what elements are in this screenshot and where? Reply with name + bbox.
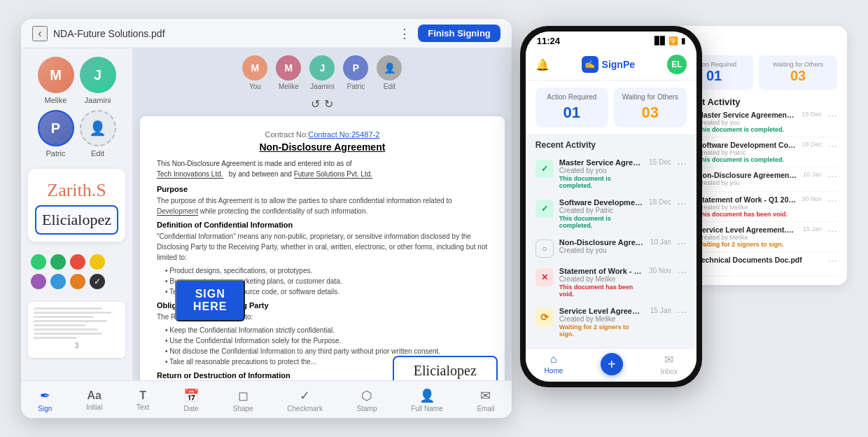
item-more-1[interactable]: ⋯ xyxy=(827,111,837,122)
thumb-line xyxy=(34,324,85,326)
tool-fullname[interactable]: 👤 Full Name xyxy=(405,385,449,415)
fab-add-button[interactable]: + xyxy=(601,353,623,375)
item-date-1: 15 Dec xyxy=(802,111,822,118)
color-yellow[interactable] xyxy=(90,254,105,270)
mobile-more-1[interactable]: ⋯ xyxy=(677,158,687,169)
thumb-lines xyxy=(31,305,122,342)
undo-button[interactable]: ↺ xyxy=(311,97,320,111)
document-intro: This Non-Disclosure Agreement is made an… xyxy=(157,158,488,179)
mobile-sub-3: Created by you xyxy=(559,247,645,254)
finish-signing-button[interactable]: Finish Signing xyxy=(418,25,500,42)
sign-icon: ✒ xyxy=(40,388,50,403)
tool-sign[interactable]: ✒ Sign xyxy=(32,385,57,415)
signature-cursive-1[interactable]: Zarith.S xyxy=(35,176,118,205)
item-more-4[interactable]: ⋯ xyxy=(827,195,837,207)
tool-stamp[interactable]: ⬡ Stamp xyxy=(351,385,383,415)
color-purple[interactable] xyxy=(31,274,46,289)
thumb-line xyxy=(34,316,94,318)
item-meta-4: Created by Melike xyxy=(697,204,796,211)
color-green[interactable] xyxy=(31,254,46,270)
desktop-app: ‹ NDA-Future Solutions.pdf ⋮ Finish Sign… xyxy=(21,19,512,418)
item-more-5[interactable]: ⋯ xyxy=(827,226,837,237)
color-red[interactable] xyxy=(70,254,85,270)
bell-icon-mobile[interactable]: 🔔 xyxy=(536,59,550,71)
signer-label-jaamini: Jaamini xyxy=(85,96,111,104)
mobile-more-3[interactable]: ⋯ xyxy=(677,238,687,249)
mobile-content-4: Statement of Work - Q1 2024... Created b… xyxy=(559,267,643,298)
doc-avatar-melike: M xyxy=(276,55,301,81)
inbox-label: Inbox xyxy=(661,368,678,375)
tool-date[interactable]: 📅 Date xyxy=(178,385,204,415)
item-more-6[interactable]: ⋯ xyxy=(827,256,837,267)
contract-number-link[interactable]: Contract No:25487-2 xyxy=(308,130,379,139)
color-darkgreen[interactable] xyxy=(50,254,66,270)
mobile-item-3[interactable]: ○ Non-Disclosure Agreement.pdf Created b… xyxy=(536,234,687,263)
mobile-status-text-4: This document has been void. xyxy=(559,284,643,298)
item-more-2[interactable]: ⋯ xyxy=(827,141,837,152)
app-name: SignPe xyxy=(602,59,635,70)
mobile-item-1[interactable]: ✓ Master Service Agreement - A... Create… xyxy=(536,154,687,194)
color-confirm[interactable]: ✓ xyxy=(90,274,105,289)
titlebar-left: ‹ NDA-Future Solutions.pdf xyxy=(32,26,165,41)
color-orange[interactable] xyxy=(70,274,85,289)
mobile-content-2: Software Development Contra... Created b… xyxy=(559,198,643,229)
mobile-title-3: Non-Disclosure Agreement.pdf xyxy=(559,238,645,247)
item-date-4: 30 Nov xyxy=(802,195,822,202)
color-blue[interactable] xyxy=(50,274,66,289)
fullname-label: Full Name xyxy=(411,405,443,412)
doc-signer-patric-label: Patric xyxy=(347,83,365,90)
document-page: Contract No:Contract No:25487-2 Non-Disc… xyxy=(140,116,505,380)
stamp-icon: ⬡ xyxy=(361,388,372,403)
obligation-3: • Not disclose the Confidential Informat… xyxy=(165,346,488,356)
tool-initial[interactable]: Aa Initial xyxy=(80,387,108,414)
mobile-status-text-1: This document is completed. xyxy=(559,175,643,189)
tool-email[interactable]: ✉ Email xyxy=(471,385,500,415)
tool-checkmark[interactable]: ✓ Checkmark xyxy=(281,385,328,415)
sign-here-button[interactable]: SIGN HERE xyxy=(175,279,245,321)
tool-shape[interactable]: ◻ Shape xyxy=(227,385,259,415)
checkmark-icon: ✓ xyxy=(300,388,310,403)
thumb-line xyxy=(34,312,111,314)
user-avatar[interactable]: EL xyxy=(667,55,687,74)
mobile-item-2[interactable]: ✓ Software Development Contra... Created… xyxy=(536,194,687,234)
mobile-action-label: Action Required xyxy=(542,93,601,101)
home-label: Home xyxy=(545,367,564,375)
mobile-date-4: 30 Nov xyxy=(649,267,671,275)
mobile-more-4[interactable]: ⋯ xyxy=(677,267,687,278)
item-more-3[interactable]: ⋯ xyxy=(827,171,837,182)
signer-edit[interactable]: 👤 Edit xyxy=(80,110,116,158)
nav-home[interactable]: ⌂ Home xyxy=(545,353,564,375)
section-title-purpose: Purpose xyxy=(157,185,488,193)
mobile-action-required: Action Required 01 xyxy=(536,88,608,127)
mobile-app-header: 🔔 ✍ SignPe EL xyxy=(526,49,696,81)
document-area[interactable]: M You M Melike J Jaamini P xyxy=(133,48,512,380)
nav-inbox[interactable]: ✉ Inbox xyxy=(661,353,678,375)
home-icon: ⌂ xyxy=(550,353,557,366)
signature-cursive-2[interactable]: Elicialopez xyxy=(35,205,118,235)
signer-melike: M Melike xyxy=(38,57,74,104)
mobile-more-2[interactable]: ⋯ xyxy=(677,198,687,209)
mobile-waiting-value: 03 xyxy=(621,104,680,122)
doc-avatar-jaamini: J xyxy=(309,55,335,81)
mobile-more-5[interactable]: ⋯ xyxy=(677,307,687,318)
doc-signer-edit[interactable]: 👤 Edit xyxy=(377,55,402,90)
thumb-line xyxy=(34,337,77,339)
mobile-item-4[interactable]: ✕ Statement of Work - Q1 2024... Created… xyxy=(536,263,687,303)
mobile-item-5[interactable]: ⟳ Service Level Agreement.pdf Created by… xyxy=(536,303,687,342)
signer-label-edit: Edit xyxy=(91,149,104,158)
signer-patric: P Patric xyxy=(38,110,74,158)
tool-text[interactable]: T Text xyxy=(131,387,155,414)
nav-fab[interactable]: + xyxy=(601,353,623,375)
mobile-status-4: ✕ xyxy=(536,268,554,286)
app-title: NDA-Future Solutions.pdf xyxy=(53,28,165,39)
email-label: Email xyxy=(477,405,494,412)
back-button[interactable]: ‹ xyxy=(32,26,48,41)
avatar-melike: M xyxy=(38,57,74,93)
phone-status-bar: 11:24 ▊▊ 🛜 ▮ xyxy=(526,32,696,49)
redo-button[interactable]: ↻ xyxy=(324,97,333,111)
thumb-line xyxy=(34,333,102,335)
more-button[interactable]: ⋮ xyxy=(398,26,411,41)
doc-signer-patric: P Patric xyxy=(343,55,368,90)
sign-label: Sign xyxy=(38,405,52,412)
item-info-6: Technical Documents Doc.pdf xyxy=(697,256,816,264)
